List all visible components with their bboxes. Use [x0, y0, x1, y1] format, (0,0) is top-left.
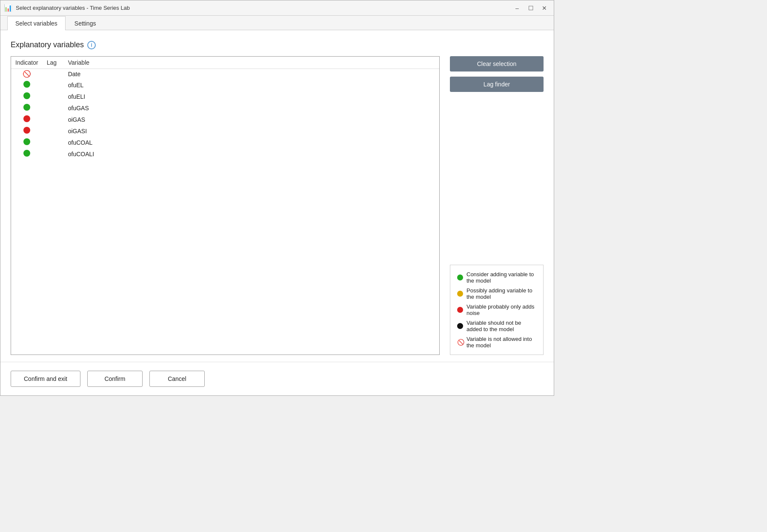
col-lag: Lag — [43, 57, 64, 69]
section-heading: Explanatory variables — [11, 40, 84, 49]
table-row[interactable]: 🚫Date — [11, 69, 439, 80]
legend-black-dot-icon — [457, 323, 463, 329]
indicator-cell: 🚫 — [11, 69, 43, 80]
legend-label: Variable probably only adds noise — [466, 303, 536, 316]
tab-settings[interactable]: Settings — [66, 16, 104, 30]
legend-item: Variable probably only adds noise — [457, 303, 536, 316]
legend-item: 🚫Variable is not allowed into the model — [457, 336, 536, 349]
red-dot-icon — [23, 127, 30, 134]
tab-select-variables[interactable]: Select variables — [7, 16, 66, 30]
lag-cell — [43, 69, 64, 80]
variable-name: oiGASI — [64, 125, 439, 137]
table-row[interactable]: oiGASI — [11, 125, 439, 137]
lag-cell — [43, 79, 64, 91]
banned-icon: 🚫 — [23, 71, 30, 77]
variable-name: ofuGAS — [64, 102, 439, 114]
indicator-cell — [11, 102, 43, 114]
lag-cell — [43, 125, 64, 137]
lag-cell — [43, 148, 64, 160]
table-row[interactable]: ofuELI — [11, 91, 439, 102]
green-dot-icon — [23, 104, 30, 111]
variable-name: oiGAS — [64, 114, 439, 125]
legend-label: Variable should not be added to the mode… — [466, 320, 536, 332]
indicator-cell — [11, 148, 43, 160]
legend-item: Variable should not be added to the mode… — [457, 320, 536, 332]
green-dot-icon — [23, 92, 30, 99]
col-indicator: Indicator — [11, 57, 43, 69]
cancel-button[interactable]: Cancel — [149, 371, 205, 387]
right-panel: Clear selection Lag finder Consider addi… — [450, 56, 544, 355]
indicator-cell — [11, 91, 43, 102]
minimize-button[interactable]: – — [511, 2, 523, 14]
legend-yellow-dot-icon — [457, 291, 463, 297]
lag-cell — [43, 114, 64, 125]
window-title: Select explanatory variables - Time Seri… — [16, 5, 130, 11]
table-row[interactable]: ofuCOAL — [11, 137, 439, 148]
maximize-button[interactable]: ☐ — [525, 2, 537, 14]
close-button[interactable]: ✕ — [538, 2, 550, 14]
green-dot-icon — [23, 150, 30, 157]
table-row[interactable]: ofuGAS — [11, 102, 439, 114]
lag-cell — [43, 91, 64, 102]
indicator-cell — [11, 137, 43, 148]
variable-name: ofuCOAL — [64, 137, 439, 148]
title-bar: 📊 Select explanatory variables - Time Se… — [0, 0, 554, 16]
table-row[interactable]: ofuEL — [11, 79, 439, 91]
legend-item: Possibly adding variable to the model — [457, 287, 536, 300]
indicator-cell — [11, 114, 43, 125]
main-window: 📊 Select explanatory variables - Time Se… — [0, 0, 554, 396]
title-controls: – ☐ ✕ — [511, 2, 550, 14]
col-variable: Variable — [64, 57, 439, 69]
variable-name: Date — [64, 69, 439, 80]
variable-name: ofuCOALI — [64, 148, 439, 160]
green-dot-icon — [23, 138, 30, 145]
legend-green-dot-icon — [457, 275, 463, 280]
table-row[interactable]: ofuCOALI — [11, 148, 439, 160]
content-area: Explanatory variables i Indicator Lag Va… — [0, 30, 554, 362]
lag-finder-button[interactable]: Lag finder — [450, 77, 544, 92]
green-dot-icon — [23, 81, 30, 88]
legend-label: Consider adding variable to the model — [466, 271, 536, 284]
table-header-row: Indicator Lag Variable — [11, 57, 439, 69]
table-row[interactable]: oiGAS — [11, 114, 439, 125]
variables-table-container: Indicator Lag Variable 🚫DateofuELofuELIo… — [11, 56, 440, 355]
lag-cell — [43, 102, 64, 114]
app-icon: 📊 — [4, 4, 12, 12]
main-row: Indicator Lag Variable 🚫DateofuELofuELIo… — [11, 56, 544, 355]
legend-item: Consider adding variable to the model — [457, 271, 536, 284]
footer: Confirm and exit Confirm Cancel — [0, 362, 554, 395]
section-title: Explanatory variables i — [11, 40, 544, 49]
variable-name: ofuELI — [64, 91, 439, 102]
variables-table: Indicator Lag Variable 🚫DateofuELofuELIo… — [11, 57, 439, 160]
legend-banned-icon: 🚫 — [457, 339, 463, 346]
info-icon[interactable]: i — [87, 41, 96, 49]
legend-label: Variable is not allowed into the model — [466, 336, 536, 349]
tabs-bar: Select variables Settings — [0, 16, 554, 30]
legend-label: Possibly adding variable to the model — [466, 287, 536, 300]
red-dot-icon — [23, 115, 30, 122]
indicator-cell — [11, 125, 43, 137]
indicator-cell — [11, 79, 43, 91]
legend-box: Consider adding variable to the modelPos… — [450, 265, 544, 355]
legend-red-dot-icon — [457, 307, 463, 313]
lag-cell — [43, 137, 64, 148]
table-body: 🚫DateofuELofuELIofuGASoiGASoiGASIofuCOAL… — [11, 69, 439, 160]
clear-selection-button[interactable]: Clear selection — [450, 56, 544, 72]
confirm-and-exit-button[interactable]: Confirm and exit — [11, 371, 80, 387]
title-bar-left: 📊 Select explanatory variables - Time Se… — [4, 4, 130, 12]
variable-name: ofuEL — [64, 79, 439, 91]
confirm-button[interactable]: Confirm — [87, 371, 143, 387]
